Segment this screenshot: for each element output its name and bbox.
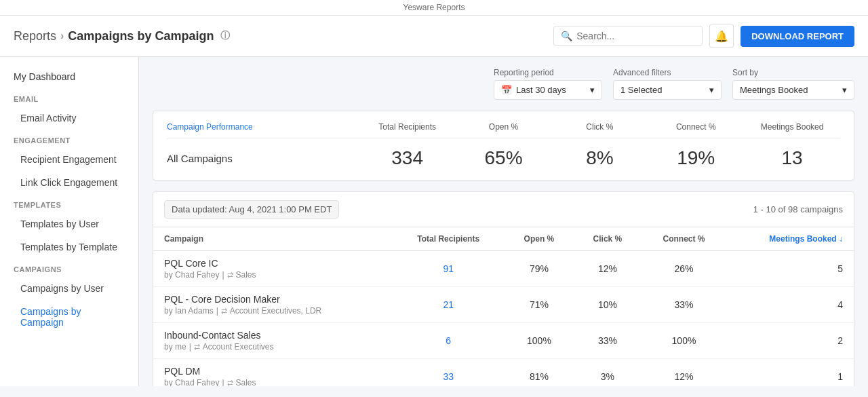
total-recipients-cell: 6	[393, 323, 505, 359]
campaign-meta: by Ian Adams | ⇄ Account Executives, LDR	[164, 306, 382, 316]
advanced-filters-group: Advanced filters 1 Selected ▾	[613, 68, 722, 100]
share-icon: ⇄	[194, 343, 200, 352]
sidebar-section-templates: TEMPLATES	[0, 194, 138, 212]
col-campaign: Campaign	[153, 227, 393, 251]
table-row: Inbound-Contact Sales by me | ⇄ Account …	[153, 323, 854, 359]
campaign-team: Sales	[236, 270, 256, 280]
search-icon: 🔍	[561, 31, 572, 41]
total-recipients-cell: 21	[393, 287, 505, 323]
sidebar-item-email-activity[interactable]: Email Activity	[0, 107, 138, 130]
sidebar-item-dashboard[interactable]: My Dashboard	[0, 65, 138, 88]
summary-col-total-recipients: Total Recipients	[359, 122, 456, 132]
data-table-header: Data updated: Aug 4, 2021 1:00 PM EDT 1 …	[153, 192, 854, 227]
data-updated-text: Data updated: Aug 4, 2021 1:00 PM EDT	[164, 200, 339, 219]
bell-button[interactable]: 🔔	[709, 24, 734, 48]
meetings-booked-cell: 5	[726, 251, 854, 287]
meetings-booked-cell: 1	[726, 359, 854, 387]
campaign-author: by Chad Fahey	[164, 378, 219, 386]
click-pct-cell: 10%	[574, 287, 642, 323]
summary-header-label: Campaign Performance	[167, 122, 359, 132]
info-icon: ⓘ	[220, 30, 230, 42]
total-recipients-cell: 33	[393, 359, 505, 387]
summary-val-click: 8%	[551, 147, 648, 169]
sidebar-item-link-click-engagement[interactable]: Link Click Engagement	[0, 171, 138, 194]
connect-pct-cell: 26%	[642, 251, 726, 287]
total-recipients-cell: 91	[393, 251, 505, 287]
open-pct-cell: 71%	[505, 287, 574, 323]
connect-pct-cell: 12%	[642, 359, 726, 387]
sidebar-section-email: EMAIL	[0, 88, 138, 107]
summary-val-recipients: 334	[359, 147, 456, 169]
pipe-separator: |	[189, 342, 191, 352]
campaign-team: Account Executives, LDR	[230, 306, 321, 316]
campaign-name: PQL Core IC	[164, 258, 382, 269]
open-pct-cell: 100%	[505, 323, 574, 359]
search-box[interactable]: 🔍	[553, 26, 703, 46]
sort-by-group: Sort by Meetings Booked ▾	[732, 68, 854, 100]
sort-by-label: Sort by	[732, 68, 758, 77]
summary-row-name: All Campaigns	[167, 153, 359, 164]
reporting-period-select[interactable]: 📅 Last 30 days ▾	[494, 80, 602, 100]
campaign-name: Inbound-Contact Sales	[164, 330, 382, 341]
advanced-filters-label: Advanced filters	[613, 68, 671, 77]
breadcrumb: Reports › Campaigns by Campaign ⓘ	[14, 29, 230, 43]
pipe-separator: |	[222, 270, 224, 280]
calendar-icon: 📅	[501, 85, 512, 95]
open-pct-cell: 79%	[505, 251, 574, 287]
col-total-recipients: Total Recipients	[393, 227, 505, 251]
sidebar-item-templates-by-template[interactable]: Templates by Template	[0, 235, 138, 259]
table-row: PQL DM by Chad Fahey | ⇄ Sales 33 81% 3%…	[153, 359, 854, 387]
campaign-meta: by Chad Fahey | ⇄ Sales	[164, 270, 382, 280]
table-row: PQL - Core Decision Maker by Ian Adams |…	[153, 287, 854, 323]
pipe-separator: |	[216, 306, 218, 316]
pagination-info: 1 - 10 of 98 campaigns	[753, 204, 843, 214]
advanced-filters-select[interactable]: 1 Selected ▾	[613, 80, 722, 100]
campaign-cell: PQL Core IC by Chad Fahey | ⇄ Sales	[153, 251, 393, 287]
reporting-period-filter: Reporting period 📅 Last 30 days ▾	[494, 68, 602, 100]
header: Reports › Campaigns by Campaign ⓘ 🔍 🔔 DO…	[0, 16, 868, 57]
share-icon: ⇄	[227, 379, 233, 387]
search-input[interactable]	[576, 31, 695, 41]
col-click-pct: Click %	[574, 227, 642, 251]
summary-col-open: Open %	[456, 122, 552, 132]
sidebar-item-campaigns-by-user[interactable]: Campaigns by User	[0, 277, 138, 300]
table-row: PQL Core IC by Chad Fahey | ⇄ Sales 91 7…	[153, 251, 854, 287]
download-report-button[interactable]: DOWNLOAD REPORT	[741, 26, 854, 47]
campaign-author: by me	[164, 342, 186, 352]
data-table-card: Data updated: Aug 4, 2021 1:00 PM EDT 1 …	[153, 191, 854, 386]
sidebar-item-campaigns-by-campaign[interactable]: Campaigns by Campaign	[0, 300, 138, 334]
header-right: 🔍 🔔 DOWNLOAD REPORT	[553, 24, 854, 48]
meetings-booked-cell: 4	[726, 287, 854, 323]
meetings-booked-cell: 2	[726, 323, 854, 359]
campaign-cell: PQL - Core Decision Maker by Ian Adams |…	[153, 287, 393, 323]
sidebar-item-recipient-engagement[interactable]: Recipient Engagement	[0, 148, 138, 171]
top-bar-title: Yesware Reports	[403, 3, 465, 12]
sort-by-value: Meetings Booked	[740, 85, 808, 95]
reporting-period-label: Reporting period	[494, 68, 554, 77]
reporting-period-value: Last 30 days	[516, 85, 566, 95]
top-bar: Yesware Reports	[0, 0, 868, 16]
breadcrumb-reports[interactable]: Reports	[14, 29, 56, 43]
col-connect-pct: Connect %	[642, 227, 726, 251]
share-icon: ⇄	[221, 307, 227, 316]
col-meetings-booked[interactable]: Meetings Booked ↓	[726, 227, 854, 251]
summary-card: Campaign Performance Total Recipients Op…	[153, 111, 854, 181]
sidebar-item-templates-by-user[interactable]: Templates by User	[0, 212, 138, 235]
sidebar-section-campaigns: CAMPAIGNS	[0, 259, 138, 277]
summary-col-click: Click %	[551, 122, 648, 132]
summary-header: Campaign Performance Total Recipients Op…	[167, 122, 840, 139]
summary-col-connect: Connect %	[648, 122, 744, 132]
col-open-pct: Open %	[505, 227, 574, 251]
main-content: Reporting period 📅 Last 30 days ▾ Advanc…	[139, 57, 868, 386]
click-pct-cell: 33%	[574, 323, 642, 359]
breadcrumb-current: Campaigns by Campaign	[68, 29, 214, 43]
sidebar: My Dashboard EMAIL Email Activity ENGAGE…	[0, 57, 139, 386]
sort-by-select[interactable]: Meetings Booked ▾	[732, 80, 854, 100]
campaign-name: PQL DM	[164, 366, 382, 377]
advanced-filters-value: 1 Selected	[620, 85, 662, 95]
connect-pct-cell: 33%	[642, 287, 726, 323]
filters-row: Reporting period 📅 Last 30 days ▾ Advanc…	[153, 68, 854, 100]
campaign-author: by Ian Adams	[164, 306, 214, 316]
summary-val-open: 65%	[456, 147, 552, 169]
summary-val-meetings: 13	[744, 147, 840, 169]
